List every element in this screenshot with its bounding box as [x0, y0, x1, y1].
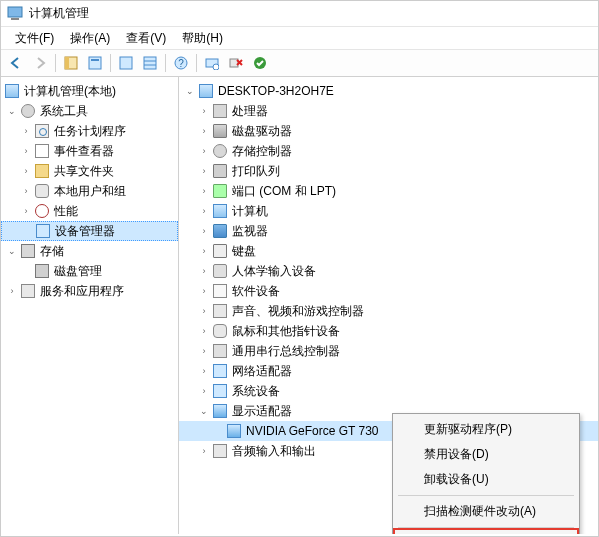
expand-icon[interactable]: ›: [197, 204, 211, 218]
left-root-label: 计算机管理(本地): [24, 83, 116, 100]
local-users-icon: [34, 183, 50, 199]
collapse-icon[interactable]: ⌄: [5, 104, 19, 118]
expand-icon[interactable]: ›: [19, 164, 33, 178]
system-dev-icon: [212, 383, 228, 399]
cat-keyboard[interactable]: ›键盘: [179, 241, 598, 261]
properties-button[interactable]: [84, 52, 106, 74]
cat-print-queue[interactable]: ›打印队列: [179, 161, 598, 181]
expand-icon[interactable]: ›: [19, 124, 33, 138]
menu-file[interactable]: 文件(F): [7, 28, 62, 49]
svg-rect-4: [89, 57, 101, 69]
ctx-uninstall-device[interactable]: 卸载设备(U): [396, 467, 576, 492]
expand-icon[interactable]: ›: [19, 144, 33, 158]
left-root[interactable]: 计算机管理(本地): [1, 81, 178, 101]
cat-storage-ctrl[interactable]: ›存储控制器: [179, 141, 598, 161]
tools-icon: [20, 103, 36, 119]
cat-hid[interactable]: ›人体学输入设备: [179, 261, 598, 281]
expand-icon[interactable]: ›: [197, 144, 211, 158]
display-label: 显示适配器: [232, 403, 292, 420]
expand-icon[interactable]: ›: [197, 124, 211, 138]
cat-ports[interactable]: ›端口 (COM 和 LPT): [179, 181, 598, 201]
left-local-users[interactable]: › 本地用户和组: [1, 181, 178, 201]
local-users-label: 本地用户和组: [54, 183, 126, 200]
expand-icon[interactable]: ›: [197, 364, 211, 378]
left-services-apps[interactable]: › 服务和应用程序: [1, 281, 178, 301]
cat-sound[interactable]: ›声音、视频和游戏控制器: [179, 301, 598, 321]
right-root[interactable]: ⌄ DESKTOP-3H2OH7E: [179, 81, 598, 101]
expand-icon[interactable]: ›: [197, 104, 211, 118]
expand-icon[interactable]: ›: [197, 304, 211, 318]
svg-rect-3: [65, 57, 69, 69]
sys-tools-label: 系统工具: [40, 103, 88, 120]
cat-usb[interactable]: ›通用串行总线控制器: [179, 341, 598, 361]
left-shared-folders[interactable]: › 共享文件夹: [1, 161, 178, 181]
collapse-icon[interactable]: ⌄: [197, 404, 211, 418]
nav-forward-button[interactable]: [29, 52, 51, 74]
expand-icon[interactable]: ›: [197, 384, 211, 398]
cat-system-dev[interactable]: ›系统设备: [179, 381, 598, 401]
system-dev-label: 系统设备: [232, 383, 280, 400]
svg-rect-1: [11, 18, 19, 20]
app-icon: [7, 6, 23, 22]
view-list-button[interactable]: [115, 52, 137, 74]
shared-folders-icon: [34, 163, 50, 179]
expand-icon[interactable]: ›: [197, 244, 211, 258]
cat-software-dev[interactable]: ›软件设备: [179, 281, 598, 301]
help-button[interactable]: ?: [170, 52, 192, 74]
uninstall-device-button[interactable]: [225, 52, 247, 74]
expand-icon[interactable]: ›: [197, 324, 211, 338]
left-event-viewer[interactable]: › 事件查看器: [1, 141, 178, 161]
expand-icon[interactable]: ›: [5, 284, 19, 298]
ctx-sep-2: [398, 527, 574, 528]
menu-view[interactable]: 查看(V): [118, 28, 174, 49]
storage-label: 存储: [40, 243, 64, 260]
left-sys-tools[interactable]: ⌄ 系统工具: [1, 101, 178, 121]
services-apps-label: 服务和应用程序: [40, 283, 124, 300]
left-performance[interactable]: › 性能: [1, 201, 178, 221]
keyboard-icon: [212, 243, 228, 259]
expand-icon[interactable]: ›: [197, 184, 211, 198]
left-task-scheduler[interactable]: › 任务计划程序: [1, 121, 178, 141]
cat-cpu[interactable]: ›处理器: [179, 101, 598, 121]
toolbar-sep-4: [196, 54, 197, 72]
left-storage[interactable]: ⌄ 存储: [1, 241, 178, 261]
menu-help[interactable]: 帮助(H): [174, 28, 231, 49]
ctx-update-driver[interactable]: 更新驱动程序(P): [396, 417, 576, 442]
nvidia-label: NVIDIA GeForce GT 730: [246, 424, 379, 438]
ctx-scan-hardware[interactable]: 扫描检测硬件改动(A): [396, 499, 576, 524]
expand-icon[interactable]: ›: [197, 344, 211, 358]
expand-icon[interactable]: ›: [197, 164, 211, 178]
task-scheduler-icon: [34, 123, 50, 139]
ctx-disable-device[interactable]: 禁用设备(D): [396, 442, 576, 467]
expand-icon[interactable]: ›: [19, 184, 33, 198]
expand-icon[interactable]: ›: [197, 264, 211, 278]
collapse-icon[interactable]: ⌄: [183, 84, 197, 98]
right-tree-pane: ⌄ DESKTOP-3H2OH7E ›处理器 ›磁盘驱动器 ›存储控制器 ›打印…: [179, 77, 598, 534]
nav-back-button[interactable]: [5, 52, 27, 74]
audio-io-icon: [212, 443, 228, 459]
cat-computer[interactable]: ›计算机: [179, 201, 598, 221]
sound-label: 声音、视频和游戏控制器: [232, 303, 364, 320]
cat-mouse[interactable]: ›鼠标和其他指针设备: [179, 321, 598, 341]
left-device-manager[interactable]: 设备管理器: [1, 221, 178, 241]
scan-hardware-button[interactable]: [201, 52, 223, 74]
left-disk-mgmt[interactable]: 磁盘管理: [1, 261, 178, 281]
ctx-properties[interactable]: 属性(R): [396, 531, 576, 534]
collapse-icon[interactable]: ⌄: [5, 244, 19, 258]
audio-io-label: 音频输入和输出: [232, 443, 316, 460]
cat-network[interactable]: ›网络适配器: [179, 361, 598, 381]
show-hide-tree-button[interactable]: [60, 52, 82, 74]
monitor-label: 监视器: [232, 223, 268, 240]
enable-device-button[interactable]: [249, 52, 271, 74]
view-details-button[interactable]: [139, 52, 161, 74]
cat-monitor[interactable]: ›监视器: [179, 221, 598, 241]
event-viewer-icon: [34, 143, 50, 159]
expand-icon[interactable]: ›: [197, 224, 211, 238]
expand-icon[interactable]: ›: [19, 204, 33, 218]
expand-icon[interactable]: ›: [197, 444, 211, 458]
monitor-icon: [212, 223, 228, 239]
menu-action[interactable]: 操作(A): [62, 28, 118, 49]
cat-disk[interactable]: ›磁盘驱动器: [179, 121, 598, 141]
cpu-label: 处理器: [232, 103, 268, 120]
expand-icon[interactable]: ›: [197, 284, 211, 298]
